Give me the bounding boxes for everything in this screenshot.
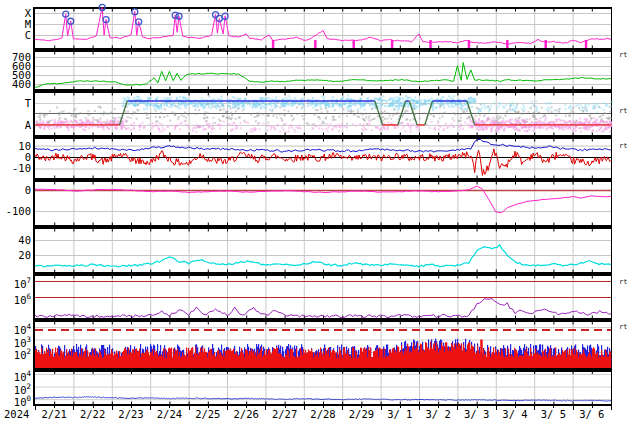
- y-axis-label-bz: -10: [0, 162, 31, 174]
- x-axis-tick: [342, 406, 343, 410]
- x-tick-label: 3/ 6: [576, 408, 608, 421]
- y-axis-label-bot: 104: [0, 368, 31, 380]
- y-axis-label-bot: 100: [0, 393, 31, 405]
- x-axis-minor-tick: [131, 406, 132, 408]
- x-axis-tick: [381, 406, 382, 410]
- panel-ta: [33, 91, 612, 137]
- x-axis-minor-tick: [400, 406, 401, 408]
- y-axis-label-den: 40: [0, 234, 31, 246]
- panel-xray: [33, 7, 612, 50]
- realtime-tag: rt: [619, 324, 627, 331]
- x-axis-minor-tick: [361, 406, 362, 408]
- x-axis-tick: [496, 406, 497, 410]
- panel-bz: [33, 137, 612, 180]
- y-axis-label-bz: 10: [0, 140, 31, 152]
- y-axis-label-xray: C: [0, 29, 31, 41]
- x-tick-label: 2/26: [230, 408, 262, 421]
- y-axis-label-ta: A: [0, 119, 31, 131]
- y-axis-label-bot: 102: [0, 381, 31, 393]
- solar-terrestrial-plot: 2024 XMC700600500400TA100-100-1004020107…: [0, 0, 634, 424]
- x-tick-label: 3/ 3: [461, 408, 493, 421]
- x-tick-label: 3/ 1: [384, 408, 416, 421]
- x-axis-minor-tick: [323, 406, 324, 408]
- realtime-tag: rt: [619, 108, 627, 115]
- x-tick-label: 2/23: [115, 408, 147, 421]
- x-axis-tick: [611, 406, 612, 410]
- realtime-tag: rt: [619, 143, 627, 150]
- y-axis-label-den: 20: [0, 249, 31, 261]
- x-axis-minor-tick: [54, 406, 55, 408]
- y-axis-label-speed: 400: [0, 78, 31, 90]
- x-axis-tick: [304, 406, 305, 410]
- x-axis-minor-tick: [553, 406, 554, 408]
- y-axis-label-pro: 104: [0, 321, 31, 333]
- x-tick-label: 2/29: [345, 408, 377, 421]
- x-tick-label: 3/ 4: [499, 408, 531, 421]
- x-tick-label: 3/ 5: [537, 408, 569, 421]
- panel-bot: [33, 370, 612, 406]
- y-axis-label-pro: 103: [0, 334, 31, 346]
- panel-dst: [33, 180, 612, 227]
- y-axis-label-dst: 0: [0, 184, 31, 196]
- x-axis-tick: [150, 406, 151, 410]
- y-axis-label-ele: 107: [0, 275, 31, 287]
- y-axis-label-bz: 0: [0, 151, 31, 163]
- x-axis-minor-tick: [246, 406, 247, 408]
- y-axis-label-dst: -100: [0, 205, 31, 217]
- x-axis-tick: [534, 406, 535, 410]
- x-tick-label: 2/22: [77, 408, 109, 421]
- x-tick-label: 2/28: [307, 408, 339, 421]
- x-axis-tick: [573, 406, 574, 410]
- x-axis-tick: [265, 406, 266, 410]
- x-axis-minor-tick: [592, 406, 593, 408]
- x-axis-minor-tick: [208, 406, 209, 408]
- x-axis-minor-tick: [477, 406, 478, 408]
- x-tick-label: 3/ 2: [422, 408, 454, 421]
- x-axis-minor-tick: [93, 406, 94, 408]
- y-axis-label-pro: 102: [0, 346, 31, 358]
- panel-speed: [33, 50, 612, 91]
- x-axis-tick: [457, 406, 458, 410]
- y-axis-label-ele: 106: [0, 291, 31, 303]
- year-label: 2024: [4, 408, 34, 421]
- x-tick-label: 2/27: [269, 408, 301, 421]
- x-axis-tick: [73, 406, 74, 410]
- panel-pro: [33, 320, 612, 370]
- realtime-tag: rt: [619, 52, 627, 59]
- x-tick-label: 2/21: [38, 408, 70, 421]
- panel-den: [33, 227, 612, 274]
- x-axis-minor-tick: [285, 406, 286, 408]
- panel-ele: [33, 274, 612, 320]
- x-axis-minor-tick: [515, 406, 516, 408]
- x-axis-minor-tick: [438, 406, 439, 408]
- y-axis-label-ta: T: [0, 97, 31, 109]
- x-axis-tick: [112, 406, 113, 410]
- x-tick-label: 2/24: [153, 408, 185, 421]
- x-axis-tick: [35, 406, 36, 410]
- x-axis-tick: [227, 406, 228, 410]
- x-axis-minor-tick: [169, 406, 170, 408]
- realtime-tag: rt: [619, 279, 627, 286]
- x-axis-tick: [189, 406, 190, 410]
- x-axis-tick: [419, 406, 420, 410]
- x-tick-label: 2/25: [192, 408, 224, 421]
